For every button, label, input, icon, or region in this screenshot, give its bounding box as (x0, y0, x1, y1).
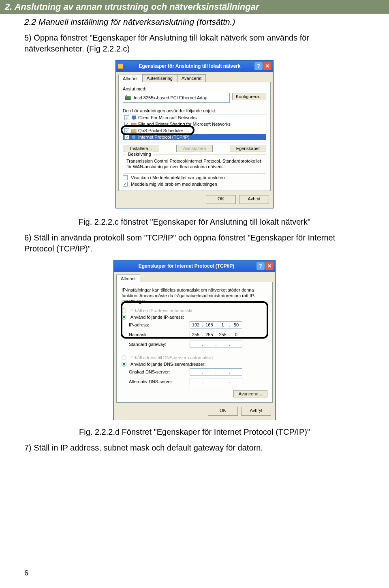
cancel-button[interactable]: Avbryt (239, 195, 269, 204)
properties-button[interactable]: Egenskaper (230, 145, 266, 152)
connect-with-label: Anslut med: (123, 86, 266, 91)
uses-label: Den här anslutningen använder följande o… (123, 108, 266, 113)
help-icon[interactable]: ? (256, 262, 265, 270)
subsection-heading: 2.2 Manuell inställning för nätverksansl… (24, 17, 365, 27)
protocol-icon (131, 134, 137, 140)
titlebar: Egenskaper för Anslutning till lokalt nä… (116, 60, 273, 72)
components-listbox[interactable]: ✓Client For Microsoft Networks ✓File and… (123, 114, 266, 142)
client-icon (131, 115, 137, 120)
service-icon (131, 121, 137, 127)
cancel-button[interactable]: Avbryt (241, 407, 271, 416)
close-icon[interactable]: ✕ (263, 62, 271, 70)
window-title: Egenskaper för Anslutning till lokalt nä… (126, 63, 254, 69)
ok-button[interactable]: OK (208, 407, 238, 416)
svg-rect-3 (133, 119, 135, 120)
alternate-dns-label: Alternativ DNS-server: (129, 379, 190, 384)
checkbox-icon[interactable]: ✓ (124, 122, 129, 127)
description-text: Transmission Control Protocol/Internet P… (126, 158, 263, 170)
checkbox-icon[interactable]: ✓ (124, 135, 129, 139)
ip-address-field[interactable]: 192.168.1.50 (190, 321, 242, 328)
subnet-mask-field[interactable]: 255.255.255.0 (190, 331, 242, 338)
ok-button[interactable]: OK (206, 195, 236, 204)
tab-advanced[interactable]: Avancerat (177, 74, 206, 82)
gateway-label: Standard-gateway: (129, 342, 190, 347)
install-button[interactable]: Installera... (123, 145, 159, 152)
connection-icon (118, 63, 123, 69)
page-number: 6 (24, 569, 28, 577)
nic-icon (125, 95, 131, 101)
preferred-dns-field[interactable]: ... (190, 368, 242, 376)
advanced-button[interactable]: Avancerat... (233, 390, 267, 397)
svg-rect-2 (132, 116, 136, 119)
adapter-name: Intel 8255x-based PCI Ethernet Adap (134, 95, 207, 100)
step-7-text: 7) Ställ in IP address, subnet mask och … (24, 442, 365, 453)
gateway-field[interactable]: ... (190, 341, 242, 348)
tab-general[interactable]: Allmänt (118, 75, 142, 82)
step-5-text: 5) Öppna fönstret "Egenskaper för Anslut… (24, 32, 365, 54)
configure-button[interactable]: Konfigurera... (232, 93, 266, 100)
intro-text: IP-inställningar kan tilldelas automatis… (122, 287, 267, 305)
section-header: 2. Anslutning av annan utrustning och nä… (0, 0, 389, 14)
figure-caption-2: Fig. 2.2.2.d Fönstret "Egenskaper för In… (24, 427, 365, 437)
tabs-row: Allmänt Autentisering Avancerat (116, 72, 273, 82)
description-group: Beskrivning Transmission Control Protoco… (123, 155, 266, 174)
help-icon[interactable]: ? (254, 62, 263, 70)
svg-point-6 (132, 135, 136, 139)
radio-manual-ip[interactable]: Använd följande IP-adress: (122, 315, 267, 320)
preferred-dns-label: Önskad DNS-server: (129, 369, 190, 374)
checkbox-icon[interactable]: ✓ (124, 115, 129, 120)
alternate-dns-field[interactable]: ... (190, 378, 242, 385)
radio-manual-dns[interactable]: Använd följande DNS-serveradresser: (122, 362, 267, 367)
lan-properties-dialog: Egenskaper för Anslutning till lokalt nä… (115, 60, 274, 208)
ip-address-label: IP-adress: (129, 322, 190, 327)
radio-auto-ip[interactable]: Erhåll en IP-adress automatiskt (122, 308, 267, 313)
section-title: 2. Anslutning av annan utrustning och nä… (5, 2, 259, 12)
uninstall-button: Avinstallera (176, 145, 213, 152)
radio-auto-dns: Erhåll adress till DNS-servern automatis… (122, 355, 267, 360)
tab-authentication[interactable]: Autentisering (142, 74, 177, 82)
svg-rect-4 (131, 123, 136, 126)
list-item[interactable]: ✓QoS Packet Scheduler (123, 127, 266, 134)
list-item-tcpip[interactable]: ✓Internet Protocol (TCP/IP) (123, 134, 266, 140)
group-title: Beskrivning (126, 152, 153, 157)
tab-general[interactable]: Allmänt (116, 275, 140, 282)
svg-rect-5 (131, 130, 136, 133)
window-title: Egenskaper för Internet Protocol (TCP/IP… (117, 263, 256, 269)
titlebar: Egenskaper för Internet Protocol (TCP/IP… (114, 260, 275, 272)
list-item[interactable]: ✓File and Printer Sharing for Microsoft … (123, 121, 266, 127)
step-6-text: 6) Ställ in använda protokoll som "TCP/I… (24, 232, 365, 254)
checkbox-icon[interactable]: ✓ (124, 128, 129, 133)
list-item[interactable]: ✓Client For Microsoft Networks (123, 114, 266, 121)
notify-checkbox[interactable]: ✓Meddela mig vid problem med anslutninge… (123, 182, 266, 187)
adapter-field: Intel 8255x-based PCI Ethernet Adap (123, 93, 230, 103)
close-icon[interactable]: ✕ (265, 262, 274, 270)
qos-icon (131, 128, 137, 133)
subnet-mask-label: Nätmask: (129, 332, 190, 337)
svg-rect-1 (126, 95, 127, 97)
tcpip-properties-dialog: Egenskaper för Internet Protocol (TCP/IP… (113, 260, 276, 421)
figure-caption-1: Fig. 2.2.2.c fönstret "Egenskaper för An… (24, 217, 365, 227)
svg-rect-0 (125, 97, 130, 100)
tabs-row: Allmänt (114, 272, 275, 282)
show-icon-checkbox[interactable]: Visa ikon i Meddelandefältet när jag är … (123, 175, 266, 180)
